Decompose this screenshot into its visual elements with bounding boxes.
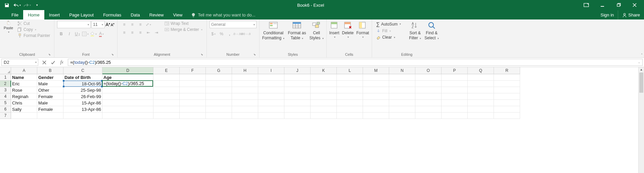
cell[interactable] xyxy=(337,81,363,87)
column-header[interactable]: Q xyxy=(468,67,494,74)
row-header[interactable]: 5 xyxy=(0,100,11,106)
column-header[interactable]: J xyxy=(284,67,311,74)
column-header[interactable]: H xyxy=(232,67,258,74)
cell[interactable]: Female xyxy=(37,106,63,113)
cell[interactable] xyxy=(494,87,520,93)
cell[interactable] xyxy=(311,106,337,113)
column-header[interactable]: E xyxy=(153,67,180,74)
cell[interactable] xyxy=(494,74,520,81)
column-header[interactable]: P xyxy=(442,67,468,74)
cell[interactable] xyxy=(284,93,311,100)
insert-cells-button[interactable]: Insert▾ xyxy=(329,21,339,39)
cell[interactable]: Eric xyxy=(11,81,37,87)
cell[interactable] xyxy=(389,113,415,119)
cell[interactable] xyxy=(415,100,442,106)
border-button[interactable]: ▾ xyxy=(81,30,89,38)
merge-center-button[interactable]: Merge & Center▾ xyxy=(163,27,204,32)
cell[interactable] xyxy=(494,93,520,100)
insert-function-button[interactable]: fx xyxy=(58,59,66,66)
font-size-combo[interactable]: 11▾ xyxy=(91,21,105,28)
font-name-combo[interactable]: ▾ xyxy=(57,21,91,28)
paste-button[interactable]: Paste ▾ xyxy=(3,21,14,34)
clear-button[interactable]: Clear▾ xyxy=(375,35,397,40)
decrease-decimal-button[interactable]: .00→.0 xyxy=(242,30,250,38)
redo-dropdown-icon[interactable]: ▾ xyxy=(29,4,31,7)
cell[interactable] xyxy=(468,113,494,119)
fill-button[interactable]: Fill▾ xyxy=(375,28,392,34)
cell[interactable] xyxy=(206,93,232,100)
cell[interactable]: Reginah xyxy=(11,93,37,100)
cell[interactable] xyxy=(311,113,337,119)
worksheet-grid[interactable]: ABCDEFGHIJKLMNOPQR1NameGenderDate of Bir… xyxy=(0,67,638,173)
align-middle-button[interactable]: ≡ xyxy=(128,21,136,28)
column-header[interactable]: A xyxy=(11,67,37,74)
format-as-table-button[interactable]: Format as Table ▾ xyxy=(288,21,306,40)
format-cells-button[interactable]: Format▾ xyxy=(356,21,369,39)
cell[interactable] xyxy=(206,100,232,106)
cell[interactable]: Rose xyxy=(11,87,37,93)
wrap-text-button[interactable]: Wrap Text xyxy=(163,21,204,26)
cell[interactable] xyxy=(180,81,206,87)
clipboard-dialog-launcher-icon[interactable]: ⬊ xyxy=(48,53,51,56)
cell[interactable] xyxy=(311,74,337,81)
cell[interactable] xyxy=(102,106,153,113)
cell[interactable] xyxy=(389,106,415,113)
column-header[interactable]: M xyxy=(363,67,389,74)
cell[interactable] xyxy=(206,113,232,119)
cell[interactable] xyxy=(284,100,311,106)
bold-button[interactable]: B xyxy=(57,30,65,38)
ribbon-display-options-icon[interactable] xyxy=(580,1,593,9)
share-button[interactable]: Share xyxy=(618,10,644,19)
paste-dropdown-icon[interactable]: ▾ xyxy=(8,31,9,34)
row-header[interactable]: 4 xyxy=(0,93,11,100)
cell[interactable]: Name xyxy=(11,74,37,81)
cell[interactable] xyxy=(389,74,415,81)
sort-filter-button[interactable]: AZ Sort & Filter ▾ xyxy=(409,21,421,40)
cell[interactable] xyxy=(284,106,311,113)
cell[interactable] xyxy=(363,74,389,81)
cell[interactable] xyxy=(442,87,468,93)
align-center-button[interactable]: ≡ xyxy=(128,29,136,36)
decrease-indent-button[interactable]: ⇤ xyxy=(144,29,152,36)
increase-decimal-button[interactable]: .0→.00 xyxy=(234,30,242,38)
cell[interactable] xyxy=(206,87,232,93)
cell[interactable] xyxy=(284,81,311,87)
expand-formula-bar-icon[interactable]: ⌄ xyxy=(638,61,640,64)
cell[interactable] xyxy=(258,81,284,87)
column-header[interactable]: G xyxy=(206,67,232,74)
delete-cells-button[interactable]: Delete▾ xyxy=(342,21,354,39)
cell[interactable] xyxy=(468,87,494,93)
cell[interactable] xyxy=(232,93,258,100)
cell[interactable] xyxy=(102,87,153,93)
cell[interactable] xyxy=(415,81,442,87)
formula-input[interactable]: =(today()-C2)/365.25 ⌄ xyxy=(68,59,643,66)
cell[interactable] xyxy=(153,87,180,93)
cell[interactable] xyxy=(468,93,494,100)
column-header[interactable]: O xyxy=(415,67,442,74)
cell[interactable] xyxy=(389,87,415,93)
cell[interactable] xyxy=(494,113,520,119)
row-header[interactable]: 3 xyxy=(0,87,11,93)
tab-file[interactable]: File xyxy=(7,10,23,19)
column-header[interactable]: F xyxy=(180,67,206,74)
accounting-format-button[interactable]: $▾ xyxy=(210,30,218,38)
percent-format-button[interactable]: % xyxy=(218,30,226,38)
tab-view[interactable]: View xyxy=(168,10,187,19)
active-cell-editor[interactable]: =(today()-C2)/365.25 xyxy=(102,80,153,87)
grow-font-button[interactable]: A▴ xyxy=(105,22,110,27)
cell[interactable] xyxy=(389,100,415,106)
cell[interactable] xyxy=(232,113,258,119)
cell[interactable] xyxy=(337,93,363,100)
cell[interactable]: Date of Birth xyxy=(63,74,102,81)
row-header[interactable]: 2 xyxy=(0,81,11,87)
cell[interactable] xyxy=(102,113,153,119)
format-painter-button[interactable]: Format Painter xyxy=(16,33,51,38)
cell[interactable] xyxy=(468,100,494,106)
cell[interactable] xyxy=(415,106,442,113)
cell[interactable] xyxy=(468,81,494,87)
column-header[interactable]: R xyxy=(494,67,520,74)
tab-page-layout[interactable]: Page Layout xyxy=(64,10,98,19)
cell[interactable] xyxy=(180,74,206,81)
vertical-scrollbar[interactable]: ▲ xyxy=(638,67,644,173)
cell[interactable] xyxy=(232,74,258,81)
